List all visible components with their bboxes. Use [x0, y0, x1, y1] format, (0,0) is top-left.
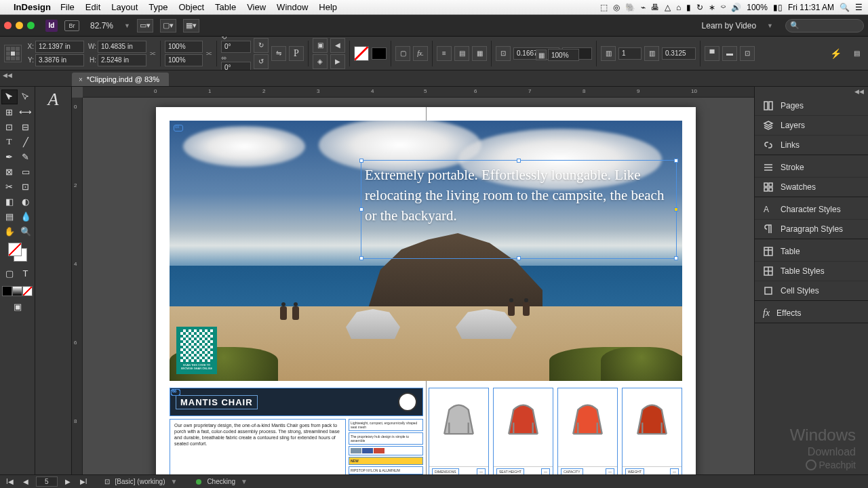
cc-icon[interactable]: ◎ — [613, 3, 620, 12]
content-placer-tool[interactable]: ⊟ — [18, 119, 34, 134]
close-window-button[interactable] — [4, 22, 12, 29]
y-field[interactable]: 3.3876 in — [35, 54, 84, 66]
drive-icon[interactable]: △ — [665, 3, 671, 12]
workspace-switcher[interactable]: Learn by Video — [702, 21, 757, 30]
wrap-shape-button[interactable]: ▦ — [472, 46, 487, 61]
prev-spread-button[interactable]: ◀ — [21, 478, 31, 485]
scissors-tool[interactable]: ✂ — [1, 179, 18, 194]
opacity-field[interactable]: 100% — [548, 49, 579, 61]
print-icon[interactable]: 🖶 — [651, 3, 659, 12]
fill-swatch[interactable] — [354, 46, 369, 61]
menu-type[interactable]: Type — [149, 2, 167, 12]
menu-object[interactable]: Object — [179, 2, 205, 12]
constrain-wh-icon[interactable]: ⫘ — [149, 49, 156, 57]
cc-libraries-dock[interactable]: A — [35, 87, 72, 474]
panel-effects[interactable]: fxEffects — [755, 304, 868, 323]
align-center-button[interactable]: ▬ — [722, 46, 737, 61]
select-prev-button[interactable]: ◀ — [330, 38, 345, 53]
spec-2[interactable]: The proprietary hub design is simple to … — [349, 432, 423, 445]
line-tool[interactable]: ╱ — [18, 134, 34, 149]
next-spread-button[interactable]: ▶ — [63, 478, 73, 485]
eyedropper-tool[interactable]: 💧 — [18, 209, 34, 224]
pencil-tool[interactable]: ✎ — [18, 149, 34, 164]
product-title-frame[interactable]: MANTIS CHAIR — [170, 388, 423, 416]
document-canvas[interactable]: 012345678910 02468 — [72, 87, 754, 474]
columns-field[interactable]: 1 — [618, 47, 642, 60]
spec-1[interactable]: Lightweight, compact, ergonomically shap… — [349, 419, 423, 431]
minimize-window-button[interactable] — [16, 22, 23, 29]
gap-tool[interactable]: ⟷ — [18, 104, 34, 119]
menu-table[interactable]: Table — [215, 2, 236, 12]
shear-field[interactable]: 0° — [221, 62, 251, 71]
horizontal-ruler[interactable]: 012345678910 — [83, 87, 754, 98]
stroke-swatch[interactable] — [372, 47, 387, 60]
flip-h-button[interactable]: ⇋ — [271, 46, 286, 61]
spec-3[interactable]: RIPSTOP NYLON & ALUMINUM — [349, 466, 423, 474]
master-icon[interactable]: ⊡ — [104, 478, 110, 485]
collapse-tools-button[interactable]: ◀◀ — [3, 72, 12, 79]
preflight-status-icon[interactable] — [196, 479, 201, 485]
rectangle-frame-tool[interactable]: ⊠ — [1, 164, 18, 179]
hero-image-frame[interactable]: SCAN THIS CODE TO BROWSE GEAR ONLINE Ext… — [170, 121, 682, 381]
panel-cell-styles[interactable]: Cell Styles — [755, 281, 868, 301]
last-spread-button[interactable]: ▶I — [78, 478, 90, 485]
color-swatches[interactable] — [349, 446, 423, 455]
battery-pct[interactable]: 100% — [747, 3, 768, 12]
page-tool[interactable]: ⊞ — [1, 104, 18, 119]
selected-text-frame[interactable] — [361, 160, 677, 259]
selection-tool[interactable] — [1, 89, 18, 104]
apply-gradient-button[interactable] — [12, 286, 22, 296]
scale-x-field[interactable]: 100% — [165, 41, 203, 53]
app-name[interactable]: InDesign — [14, 2, 51, 12]
scale-y-field[interactable]: 100% — [165, 54, 203, 66]
note-tool[interactable]: ▤ — [1, 209, 18, 224]
apply-none-button[interactable] — [22, 286, 33, 296]
h-field[interactable]: 2.5248 in — [98, 54, 146, 66]
chair-card-1[interactable]: DIMENSIONS— — [429, 388, 489, 474]
menu-help[interactable]: Help — [319, 2, 337, 12]
view-options-button[interactable]: ▭▾ — [137, 19, 153, 33]
w-field[interactable]: 10.4835 in — [98, 41, 146, 53]
preset-label[interactable]: [Basic] (working) — [115, 478, 165, 485]
panel-layers[interactable]: Layers — [755, 116, 868, 136]
spotlight-icon[interactable]: 🔍 — [840, 3, 850, 12]
free-transform-tool[interactable]: ⊡ — [18, 179, 34, 194]
apply-color-button[interactable] — [2, 286, 12, 296]
frame-icon[interactable]: ⊡ — [496, 46, 511, 61]
zoom-level[interactable]: 82.7% — [90, 21, 113, 30]
document-tab[interactable]: × *Clipping.indd @ 83% — [72, 73, 169, 86]
content-collector-tool[interactable]: ⊡ — [1, 119, 18, 134]
screen-mode-button[interactable]: ▢▾ — [160, 19, 176, 33]
corner-button[interactable]: ▢ — [395, 46, 410, 61]
volume-icon[interactable]: 🔊 — [731, 3, 741, 12]
swatch-1[interactable] — [351, 448, 361, 453]
bt-icon[interactable]: ∗ — [709, 3, 715, 12]
constrain-scale-icon[interactable]: ⫘ — [205, 49, 212, 57]
zoom-window-button[interactable] — [27, 22, 35, 29]
panel-table-styles[interactable]: Table Styles — [755, 262, 868, 281]
menu-file[interactable]: File — [60, 2, 75, 12]
menu-layout[interactable]: Layout — [111, 2, 138, 12]
formatting-container-button[interactable]: ▢ — [1, 266, 18, 281]
panel-swatches[interactable]: Swatches — [755, 178, 868, 197]
rotate-field[interactable]: 0° — [221, 41, 251, 53]
effects-button[interactable]: fx. — [413, 46, 428, 61]
dropbox-icon[interactable]: ⬚ — [600, 3, 608, 12]
page-spread[interactable]: SCAN THIS CODE TO BROWSE GEAR ONLINE Ext… — [156, 107, 696, 474]
evernote-icon[interactable]: 🐘 — [625, 3, 635, 12]
rotate-ccw-button[interactable]: ↺ — [254, 54, 269, 69]
panel-table[interactable]: Table — [755, 242, 868, 262]
rectangle-tool[interactable]: ▭ — [18, 164, 34, 179]
fill-stroke-swatch[interactable] — [8, 243, 27, 262]
home-icon[interactable]: ⌂ — [676, 3, 681, 12]
panel-pages[interactable]: Pages — [755, 96, 868, 116]
panel-stroke[interactable]: Stroke — [755, 158, 868, 178]
menu-edit[interactable]: Edit — [85, 2, 100, 12]
pen-tool[interactable]: ✒ — [1, 149, 18, 164]
hand-tool[interactable]: ✋ — [1, 224, 18, 239]
swatch-2[interactable] — [362, 448, 373, 453]
menu-window[interactable]: Window — [277, 2, 308, 12]
expand-panels-button[interactable]: ◀◀ — [755, 87, 868, 96]
panel-para-styles[interactable]: Paragraph Styles — [755, 220, 868, 239]
select-container-button[interactable]: ▣ — [313, 38, 328, 53]
